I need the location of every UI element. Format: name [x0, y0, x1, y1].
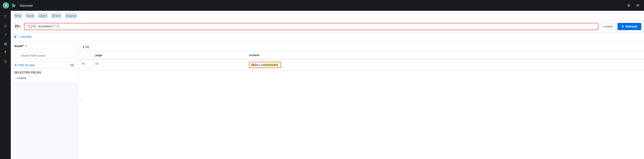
chevron-left-icon: ‹	[78, 99, 79, 102]
right-panel: 1 hit page content	[78, 41, 644, 159]
table-cell-page: 11	[91, 59, 244, 70]
filter-bar: ⊕ + Add filter	[11, 32, 644, 41]
content-text-middle: lies in	[255, 63, 263, 67]
save-query-icon-btn[interactable]: 💾 ▾	[14, 24, 22, 29]
save-icon: 💾	[15, 25, 19, 28]
toolbar: New Save Open Share Inspect	[11, 11, 644, 21]
new-button[interactable]: New	[14, 14, 22, 18]
filter-type-badge: 0	[70, 64, 74, 67]
sidebar-item-dashboard[interactable]: ▦	[1, 40, 10, 48]
results-count: 1	[83, 45, 84, 49]
page-title: Discover	[20, 4, 623, 8]
index-selector: book* ▾	[11, 41, 78, 50]
table-header-content[interactable]: content	[244, 51, 644, 59]
mail-icon-btn[interactable]: ✉	[634, 2, 641, 9]
avatar: D	[3, 2, 9, 8]
table-header-page[interactable]: page	[91, 51, 244, 59]
highlight-movement: movement	[263, 63, 278, 67]
results-unit: hit	[86, 45, 89, 49]
highlight-life: life	[251, 63, 255, 67]
field-search-container: 🔍	[14, 52, 75, 59]
chart-icon: ↗	[4, 32, 7, 37]
search-bar: 💾 ▾ Lucene ↻ Refresh	[11, 21, 644, 32]
left-panel: book* ▾ 🔍 ⊕ Filter by t	[11, 41, 78, 82]
field-type-text-icon: t	[14, 77, 15, 80]
search-input[interactable]	[24, 23, 598, 30]
field-search-wrapper: 🔍	[11, 50, 78, 62]
results-header: 1 hit	[78, 41, 644, 51]
sidebar-item-discover[interactable]: ◎	[1, 22, 10, 30]
dashboard-icon: ▦	[4, 42, 7, 46]
discover-icon: ◎	[4, 24, 7, 28]
table-cell-content: life lies in movement.	[244, 59, 644, 70]
chevron-down-icon: ▾	[19, 25, 21, 28]
settings-icon: ⚙	[627, 3, 630, 8]
table-cell-expand: ▶	[78, 59, 91, 70]
settings-icon-btn[interactable]: ⚙	[625, 2, 632, 9]
field-name: content	[17, 76, 26, 80]
sidebar-item-clock[interactable]: ⏱	[1, 12, 10, 21]
share-button[interactable]: Share	[52, 14, 61, 18]
open-button[interactable]: Open	[39, 14, 47, 18]
lucene-button[interactable]: Lucene	[600, 23, 616, 30]
table-row: ▶ 11 life lies in movement.	[78, 59, 644, 70]
table-header-expand	[78, 51, 91, 59]
filter-by-type-button[interactable]: ⊕ Filter by type	[14, 63, 35, 67]
field-search-input[interactable]	[14, 52, 75, 59]
content-area: New Save Open Share Inspect 💾 ▾ Lucene ↻…	[11, 11, 644, 159]
refresh-button[interactable]: ↻ Refresh	[618, 23, 641, 30]
filter-type-row: ⊕ Filter by type 0	[11, 62, 78, 69]
left-panel-wrapper: book* ▾ 🔍 ⊕ Filter by t	[11, 41, 78, 159]
results-table: page content ▶ 11	[78, 51, 644, 159]
sidebar-item-stack[interactable]: ☰	[1, 58, 10, 66]
filter-icon[interactable]: ⊕	[14, 34, 16, 39]
stack-icon: ☰	[4, 60, 7, 64]
selected-fields-section: Selected fields t content	[11, 69, 78, 82]
sidebar-icons: ⏱ ◎ ↗ ▦ 📍 ☰	[0, 11, 11, 159]
mail-icon: ✉	[636, 3, 639, 8]
index-chevron-down-icon[interactable]: ▾	[25, 44, 26, 48]
clock-icon: ⏱	[4, 14, 7, 19]
sidebar-item-visualize[interactable]: ↗	[1, 30, 10, 39]
field-item-content: t content	[14, 76, 74, 80]
index-name: book*	[14, 44, 24, 48]
table-header-row: page content	[78, 51, 644, 59]
result-content-box: life lies in movement.	[249, 62, 281, 68]
map-icon: 📍	[3, 50, 8, 55]
body-layout: book* ▾ 🔍 ⊕ Filter by t	[11, 41, 644, 159]
inspect-button[interactable]: Inspect	[66, 14, 76, 18]
content-text-end: .	[278, 63, 279, 67]
top-bar: D Discover ⚙ ✉	[0, 0, 644, 11]
collapse-panel-button[interactable]: ‹	[76, 98, 81, 103]
sidebar-item-maps[interactable]: 📍	[1, 48, 10, 56]
expand-row-icon[interactable]: ▶	[83, 62, 84, 65]
refresh-icon: ↻	[622, 25, 624, 28]
selected-fields-label: Selected fields	[14, 71, 74, 74]
top-bar-icons: ⚙ ✉	[625, 2, 641, 9]
filter-type-icon: ⊕	[14, 63, 17, 67]
add-filter-button[interactable]: + Add filter	[18, 35, 32, 38]
kibana-logo-icon	[11, 2, 18, 8]
main-layout: ⏱ ◎ ↗ ▦ 📍 ☰ New Save Open Share Inspect	[0, 11, 644, 159]
page-value: 11	[95, 62, 98, 65]
search-input-wrapper	[24, 23, 598, 30]
save-button[interactable]: Save	[26, 14, 34, 18]
